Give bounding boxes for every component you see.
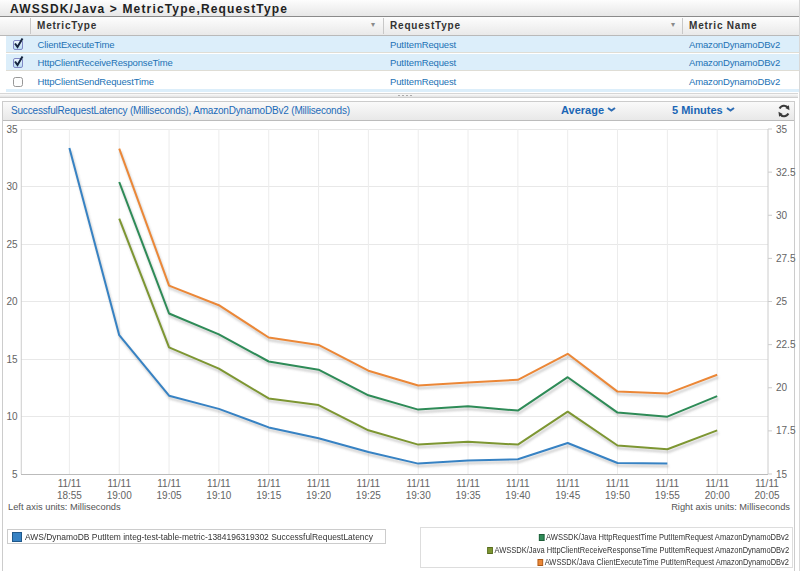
svg-text:15: 15 xyxy=(6,354,18,365)
svg-text:19:25: 19:25 xyxy=(356,490,381,501)
svg-text:19:30: 19:30 xyxy=(406,490,431,501)
svg-text:19:55: 19:55 xyxy=(655,490,680,501)
svg-text:30: 30 xyxy=(6,181,18,192)
svg-text:11/11: 11/11 xyxy=(556,478,580,489)
svg-text:32.5: 32.5 xyxy=(776,167,796,178)
svg-text:5: 5 xyxy=(12,469,18,480)
svg-text:19:20: 19:20 xyxy=(306,490,331,501)
svg-text:20: 20 xyxy=(776,382,788,393)
svg-text:11/11: 11/11 xyxy=(406,478,430,489)
svg-text:35: 35 xyxy=(776,124,788,135)
svg-text:Right axis units: Milliseconds: Right axis units: Milliseconds xyxy=(671,502,790,512)
svg-text:19:15: 19:15 xyxy=(256,490,281,501)
svg-text:19:40: 19:40 xyxy=(505,490,530,501)
svg-text:10: 10 xyxy=(6,411,18,422)
svg-text:20:05: 20:05 xyxy=(755,490,780,501)
svg-text:11/11: 11/11 xyxy=(506,478,530,489)
svg-text:11/11: 11/11 xyxy=(755,478,779,489)
svg-text:25: 25 xyxy=(776,296,788,307)
svg-text:11/11: 11/11 xyxy=(257,478,281,489)
svg-text:25: 25 xyxy=(6,239,18,250)
svg-text:11/11: 11/11 xyxy=(456,478,480,489)
svg-text:19:35: 19:35 xyxy=(456,490,481,501)
svg-text:11/11: 11/11 xyxy=(357,478,381,489)
svg-text:Left axis units: Milliseconds: Left axis units: Milliseconds xyxy=(8,502,121,512)
svg-text:19:50: 19:50 xyxy=(605,490,630,501)
svg-text:20: 20 xyxy=(6,296,18,307)
svg-text:30: 30 xyxy=(776,210,788,221)
svg-text:11/11: 11/11 xyxy=(656,478,680,489)
svg-text:19:05: 19:05 xyxy=(157,490,182,501)
svg-text:11/11: 11/11 xyxy=(107,478,131,489)
svg-text:20:00: 20:00 xyxy=(705,490,730,501)
svg-text:11/11: 11/11 xyxy=(606,478,630,489)
svg-text:22.5: 22.5 xyxy=(776,339,796,350)
svg-text:17.5: 17.5 xyxy=(776,425,796,436)
svg-text:27.5: 27.5 xyxy=(776,253,796,264)
svg-text:19:00: 19:00 xyxy=(107,490,132,501)
svg-text:11/11: 11/11 xyxy=(157,478,181,489)
svg-text:19:10: 19:10 xyxy=(206,490,231,501)
svg-text:18:55: 18:55 xyxy=(57,490,82,501)
svg-text:11/11: 11/11 xyxy=(307,478,331,489)
svg-text:11/11: 11/11 xyxy=(58,478,82,489)
svg-text:11/11: 11/11 xyxy=(207,478,231,489)
svg-text:11/11: 11/11 xyxy=(705,478,729,489)
svg-text:35: 35 xyxy=(6,124,18,135)
svg-text:19:45: 19:45 xyxy=(555,490,580,501)
